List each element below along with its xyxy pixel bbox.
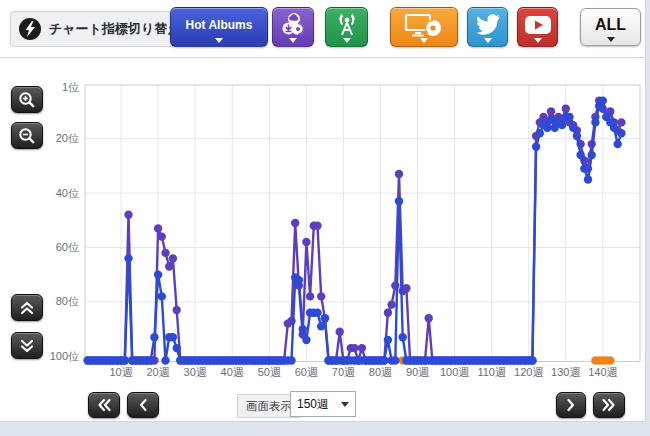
dropdown-caret-icon bbox=[607, 37, 615, 42]
switch-label: チャート指標切り替え bbox=[49, 20, 181, 38]
dropdown-caret-icon bbox=[420, 38, 428, 43]
zoom-in-button[interactable] bbox=[11, 86, 43, 113]
double-chevron-down-icon bbox=[19, 338, 35, 354]
chart-metric-switch-tag: チャート指標切り替え bbox=[10, 11, 192, 47]
svg-text:80位: 80位 bbox=[56, 295, 79, 307]
svg-text:40週: 40週 bbox=[221, 366, 244, 378]
pc-lookup-icon bbox=[402, 11, 446, 39]
download-metric-button[interactable] bbox=[272, 7, 314, 47]
dropdown-caret-icon bbox=[484, 38, 492, 43]
radio-tower-icon bbox=[333, 11, 361, 39]
svg-text:70週: 70週 bbox=[332, 366, 355, 378]
rank-chart: 1位20位40位60位80位100位10週20週30週40週50週60週70週8… bbox=[0, 58, 645, 421]
all-label: ALL bbox=[595, 16, 626, 34]
dropdown-caret-icon bbox=[343, 38, 351, 43]
dropdown-caret-icon bbox=[534, 38, 542, 43]
svg-text:10週: 10週 bbox=[109, 366, 132, 378]
scroll-down-button[interactable] bbox=[11, 332, 43, 359]
radio-metric-button[interactable] bbox=[325, 7, 368, 47]
svg-text:80週: 80週 bbox=[369, 366, 392, 378]
svg-text:50週: 50週 bbox=[258, 366, 281, 378]
svg-text:20週: 20週 bbox=[146, 366, 169, 378]
all-metrics-button[interactable]: ALL bbox=[580, 8, 641, 46]
svg-text:100週: 100週 bbox=[440, 366, 469, 378]
svg-text:1位: 1位 bbox=[62, 81, 79, 93]
svg-text:120週: 120週 bbox=[514, 366, 543, 378]
zoom-out-button[interactable] bbox=[11, 122, 43, 149]
billboard-charts-icon bbox=[17, 16, 43, 42]
metric-toolbar: チャート指標切り替え Hot Albums bbox=[0, 0, 645, 58]
chart-metric-page: チャート指標切り替え Hot Albums bbox=[0, 0, 650, 436]
svg-text:90週: 90週 bbox=[406, 366, 429, 378]
magnifier-plus-icon bbox=[18, 91, 36, 109]
youtube-icon bbox=[524, 15, 552, 35]
magnifier-minus-icon bbox=[18, 127, 36, 145]
chart-panel: 1位20位40位60位80位100位10週20週30週40週50週60週70週8… bbox=[0, 58, 645, 421]
svg-text:60位: 60位 bbox=[56, 241, 79, 253]
double-chevron-up-icon bbox=[19, 300, 35, 316]
svg-text:100位: 100位 bbox=[50, 350, 79, 362]
svg-text:40位: 40位 bbox=[56, 187, 79, 199]
svg-text:30週: 30週 bbox=[184, 366, 207, 378]
svg-text:140週: 140週 bbox=[588, 366, 617, 378]
svg-text:110週: 110週 bbox=[477, 366, 506, 378]
svg-text:20位: 20位 bbox=[56, 132, 79, 144]
content-panel: チャート指標切り替え Hot Albums bbox=[0, 0, 646, 422]
youtube-metric-button[interactable] bbox=[517, 7, 558, 47]
dropdown-caret-icon bbox=[289, 38, 297, 43]
svg-text:130週: 130週 bbox=[551, 366, 580, 378]
lookup-metric-button[interactable] bbox=[390, 7, 458, 47]
twitter-metric-button[interactable] bbox=[467, 7, 508, 47]
twitter-icon bbox=[475, 14, 501, 36]
scroll-up-button[interactable] bbox=[11, 294, 43, 321]
svg-text:60週: 60週 bbox=[295, 366, 318, 378]
hot-albums-label: Hot Albums bbox=[186, 19, 253, 32]
hot-albums-button[interactable]: Hot Albums bbox=[170, 7, 268, 47]
download-cluster-icon bbox=[279, 11, 307, 39]
dropdown-caret-icon bbox=[215, 38, 223, 43]
